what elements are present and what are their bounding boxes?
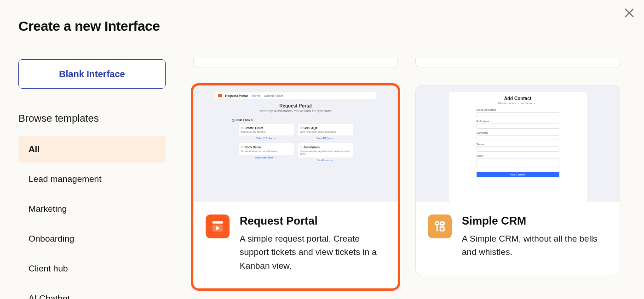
template-icon: [428, 214, 452, 238]
category-onboarding[interactable]: Onboarding: [18, 226, 166, 252]
svg-rect-8: [440, 227, 444, 231]
preview-quicklinks-heading: Quick Links: [232, 118, 376, 122]
template-card-request-portal[interactable]: Request Portal Home Submit Ticket Reques…: [193, 85, 398, 288]
preview-card-link: Submit Ticket →: [239, 137, 294, 140]
preview-field-label: Full Name: [477, 120, 559, 123]
sidebar: Create a new Interface Blank Interface B…: [18, 18, 166, 299]
template-description: A simple request portal. Create support …: [240, 232, 385, 272]
template-title: Request Portal: [240, 214, 385, 227]
preview-field-input: [477, 124, 559, 129]
template-card-simple-crm[interactable]: Add Contact Fill out the form to add a r…: [415, 85, 620, 275]
template-card-stub[interactable]: [193, 58, 398, 68]
svg-rect-7: [440, 222, 444, 225]
category-ai-chatbot[interactable]: AI Chatbot: [18, 285, 166, 299]
template-title: Simple CRM: [462, 214, 608, 227]
preview-card-desc: View frequently asked questions: [300, 130, 351, 133]
preview-card-desc: Submit a help request.: [241, 130, 292, 133]
category-marketing[interactable]: Marketing: [18, 196, 166, 222]
preview-field-textarea: [477, 158, 559, 168]
preview-card-link: Schedule Time →: [239, 156, 294, 159]
svg-rect-2: [213, 221, 223, 224]
preview-hero-title: Request Portal: [215, 103, 376, 108]
preview-card-link: Join Forum →: [298, 159, 353, 162]
preview-app-name: Request Portal: [225, 94, 248, 97]
browse-templates-heading: Browse templates: [18, 113, 166, 124]
preview-field-label: Email (required): [477, 108, 559, 111]
category-client-hub[interactable]: Client hub: [18, 255, 166, 282]
preview-card-title: Join Forum: [304, 146, 320, 149]
preview-field-label: Status: [477, 143, 559, 146]
preview-card-link: View FAQs →: [298, 137, 353, 140]
template-description: A Simple CRM, without all the bells and …: [462, 232, 608, 259]
template-icon: [206, 214, 230, 238]
template-grid: Request Portal Home Submit Ticket Reques…: [193, 18, 626, 299]
svg-point-5: [436, 222, 439, 225]
preview-quicklink-card: Create Ticket Submit a help request.: [239, 124, 294, 135]
category-list: All Lead management Marketing Onboarding…: [18, 136, 166, 299]
preview-field-label: Company: [477, 131, 559, 134]
preview-hero-sub: Need help or assistance? You've found th…: [215, 109, 376, 113]
preview-field-input: [477, 112, 559, 117]
preview-field-label: Notes: [477, 154, 559, 157]
page-title: Create a new Interface: [18, 18, 166, 34]
close-icon[interactable]: [623, 6, 636, 19]
category-lead-management[interactable]: Lead management: [18, 166, 166, 192]
preview-nav-home: Home: [252, 94, 260, 97]
template-preview: Request Portal Home Submit Ticket Reques…: [194, 86, 397, 202]
preview-field-input: [477, 135, 559, 140]
blank-interface-button[interactable]: Blank Interface: [18, 59, 166, 89]
preview-quicklink-card: See FAQs View frequently asked questions: [298, 124, 353, 135]
preview-submit-button: Add Contact: [477, 172, 559, 177]
template-preview: Add Contact Fill out the form to add a r…: [416, 86, 620, 202]
template-card-stub[interactable]: [415, 58, 620, 68]
app-logo-icon: [218, 94, 222, 97]
category-all[interactable]: All: [18, 136, 166, 163]
preview-card-title: Create Ticket: [245, 126, 264, 130]
preview-nav-submit: Submit Ticket: [264, 94, 283, 97]
preview-form-title: Add Contact: [477, 96, 559, 101]
preview-card-desc: Discuss and engage the most recent produ…: [300, 150, 351, 155]
preview-card-title: See FAQs: [304, 126, 317, 130]
preview-quicklink-card: Join Forum Discuss and engage the most r…: [298, 143, 353, 158]
preview-card-desc: Schedule time to chat with sales: [241, 150, 292, 152]
preview-card-title: Book Demo: [245, 146, 261, 149]
preview-form-sub: Fill out the form to add a record.: [477, 102, 559, 105]
preview-field-select: [477, 147, 559, 152]
preview-quicklink-card: Book Demo Schedule time to chat with sal…: [239, 143, 294, 155]
